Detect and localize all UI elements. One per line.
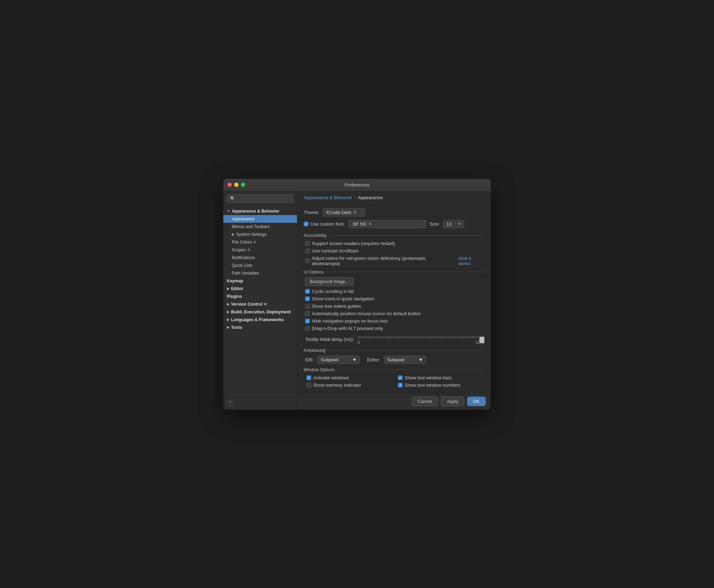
sidebar-item-scopes[interactable]: Scopes ⊞	[223, 246, 297, 254]
show-tool-numbers-checkbox[interactable]: ✓ Show tool window numbers	[398, 382, 460, 388]
sidebar-item-languages[interactable]: ▶ Languages & Frameworks	[223, 316, 297, 324]
checkmark-icon: ✓	[399, 383, 402, 387]
checkmark-icon: ✓	[399, 376, 402, 380]
auto-mouse-checkbox[interactable]: Automatically position mouse cursor on d…	[305, 311, 421, 316]
checkbox-icon: ✓	[305, 319, 310, 323]
slider-track[interactable]: | | | | | | | | | |	[358, 335, 484, 340]
size-select[interactable]: 13 ▼	[443, 220, 464, 228]
accessibility-section-header: Accessibility	[304, 233, 484, 238]
tree-indent-checkbox[interactable]: Show tree indent guides	[305, 304, 361, 309]
cyclic-scroll-label: Cyclic scrolling in list	[312, 289, 354, 294]
section-divider	[337, 369, 484, 370]
search-input[interactable]	[227, 194, 294, 203]
sidebar-item-system-settings[interactable]: ▶ System Settings	[223, 231, 297, 238]
editor-value: Subpixel	[387, 357, 405, 362]
sidebar-label: System Settings	[236, 232, 267, 237]
minimize-button[interactable]	[234, 183, 238, 187]
bottom-bar: Cancel Apply OK	[297, 393, 491, 410]
cyclic-scroll-checkbox[interactable]: ✓ Cyclic scrolling in list	[305, 289, 354, 294]
checkmark-icon: ✓	[306, 289, 309, 293]
close-button[interactable]	[228, 183, 232, 187]
copy-icon: ⊞	[247, 248, 250, 252]
color-deficiency-label: Adjust colors for red-green vision defic…	[312, 256, 455, 266]
contrast-scrollbars-label: Use contrast scrollbars	[312, 248, 358, 253]
font-select[interactable]: .SF NS ▼	[349, 220, 426, 228]
ok-button[interactable]: OK	[467, 397, 486, 406]
sidebar-label: Plugins	[227, 294, 242, 299]
theme-label: Theme:	[304, 210, 319, 215]
sidebar-item-notifications[interactable]: Notifications	[223, 254, 297, 262]
sidebar-item-quick-lists[interactable]: Quick Lists	[223, 262, 297, 269]
sidebar-item-editor[interactable]: ▶ Editor	[223, 285, 297, 293]
sidebar-label: Build, Execution, Deployment	[231, 310, 291, 314]
sidebar-item-appearance[interactable]: Appearance	[223, 215, 297, 223]
bottom-right: Cancel Apply OK	[412, 397, 486, 406]
editor-select[interactable]: Subpixel ▼	[384, 356, 426, 364]
antialiasing-row: IDE: Subpixel ▼ Editor: Subpixel ▼	[304, 356, 484, 364]
cancel-button[interactable]: Cancel	[412, 397, 438, 406]
show-memory-label: Show memory indicator	[313, 382, 361, 388]
breadcrumb: Appearance & Behavior › Appearance	[297, 191, 491, 203]
screen-readers-row: Support screen readers (requires restart…	[304, 241, 484, 246]
size-label: Size:	[430, 221, 440, 227]
slider-min: 0	[358, 340, 360, 344]
sidebar-label: File Colors	[232, 240, 252, 245]
checkbox-icon: ✓	[398, 375, 403, 380]
apply-button[interactable]: Apply	[441, 397, 465, 406]
section-divider	[327, 272, 484, 272]
checkbox-icon	[305, 249, 310, 253]
checkbox-icon	[305, 304, 310, 308]
sidebar-label: Version Control	[231, 302, 262, 307]
editor-label: Editor:	[367, 357, 380, 362]
sidebar-item-appearance-behavior[interactable]: ▼ Appearance & Behavior	[223, 207, 297, 215]
show-tool-bars-label: Show tool window bars	[405, 375, 452, 380]
cyclic-scroll-row: ✓ Cyclic scrolling in list	[304, 289, 484, 294]
checkbox-icon	[307, 383, 311, 387]
hide-nav-popups-label: Hide navigation popups on focus loss	[312, 318, 388, 324]
sidebar-item-path-variables[interactable]: Path Variables	[223, 269, 297, 277]
slider-thumb[interactable]	[479, 337, 484, 343]
sidebar-item-version-control[interactable]: ▶ Version Control ⊞	[223, 300, 297, 308]
show-tool-bars-checkbox[interactable]: ✓ Show tool window bars	[398, 375, 452, 380]
ide-select[interactable]: Subpixel ▼	[317, 356, 360, 364]
animate-windows-checkbox[interactable]: ✓ Animate windows	[307, 375, 349, 380]
checkmark-icon: ✓	[308, 376, 310, 380]
custom-font-checkbox[interactable]: ✓ Use custom font:	[304, 221, 345, 227]
sidebar-label: Scopes	[232, 247, 246, 252]
sidebar-item-build[interactable]: ▶ Build, Execution, Deployment	[223, 308, 297, 316]
arrow-icon: ▶	[232, 232, 235, 236]
sidebar-label: Menus and Toolbars	[232, 224, 270, 229]
sidebar-item-keymap[interactable]: Keymap	[223, 277, 297, 285]
background-image-button[interactable]: Background Image...	[305, 277, 353, 286]
drag-drop-checkbox[interactable]: Drag-n-Drop with ALT pressed only	[305, 326, 383, 331]
show-memory-checkbox[interactable]: Show memory indicator	[307, 382, 361, 388]
slider-container: | | | | | | | | | |	[358, 335, 484, 344]
maximize-button[interactable]	[241, 183, 245, 187]
checkbox-icon: ✓	[305, 289, 310, 294]
sidebar-item-menus-toolbars[interactable]: Menus and Toolbars	[223, 223, 297, 231]
how-it-works-link[interactable]: How it works	[458, 256, 484, 266]
sidebar-label: Editor	[231, 286, 243, 291]
breadcrumb-parent[interactable]: Appearance & Behavior	[304, 195, 352, 200]
section-divider	[329, 235, 484, 235]
show-tool-numbers-row: ✓ Show tool window numbers	[397, 382, 484, 388]
sidebar-label: Notifications	[232, 255, 255, 260]
sidebar: ▼ Appearance & Behavior Appearance Menus…	[223, 191, 297, 410]
hide-nav-popups-checkbox[interactable]: ✓ Hide navigation popups on focus loss	[305, 318, 388, 324]
screen-readers-checkbox[interactable]: Support screen readers (requires restart…	[305, 241, 395, 246]
sidebar-item-plugins[interactable]: Plugins	[223, 293, 297, 300]
icons-quick-nav-row: ✓ Show icons in quick navigation	[304, 296, 484, 301]
checkbox-icon: ✓	[307, 375, 311, 380]
color-deficiency-checkbox[interactable]: Adjust colors for red-green vision defic…	[305, 256, 455, 266]
icons-quick-nav-checkbox[interactable]: ✓ Show icons in quick navigation	[305, 296, 374, 301]
help-button[interactable]: ?	[226, 400, 233, 407]
theme-select[interactable]: XCode-Dark ▼	[323, 208, 365, 216]
checkmark-icon: ✓	[306, 297, 309, 301]
animate-windows-row: ✓ Animate windows	[305, 375, 393, 380]
sidebar-item-tools[interactable]: ▶ Tools	[223, 324, 297, 331]
breadcrumb-separator: ›	[354, 195, 356, 200]
traffic-lights	[228, 183, 245, 187]
contrast-scrollbars-checkbox[interactable]: Use contrast scrollbars	[305, 248, 358, 253]
arrow-icon: ▶	[227, 325, 230, 329]
sidebar-item-file-colors[interactable]: File Colors ⊞	[223, 238, 297, 246]
